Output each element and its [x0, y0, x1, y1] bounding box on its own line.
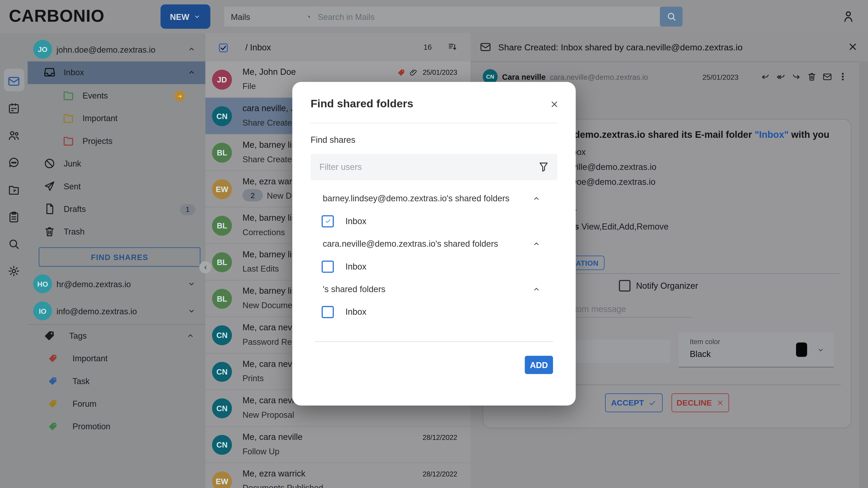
- chevron-up-icon[interactable]: [187, 68, 196, 77]
- rail-chat-icon[interactable]: [7, 156, 21, 169]
- rail-settings-icon[interactable]: [7, 265, 21, 278]
- app-rail: [0, 33, 28, 488]
- reply-all-button[interactable]: [776, 71, 786, 82]
- share-group-header[interactable]: 's shared folders: [311, 278, 557, 300]
- notify-organizer-label: Notify Organizer: [636, 281, 698, 291]
- decline-button[interactable]: DECLINE: [672, 393, 729, 412]
- modal-close-button[interactable]: [550, 100, 559, 109]
- folder-item-junk[interactable]: Junk: [28, 153, 205, 175]
- paperclip-icon: [409, 68, 418, 77]
- tag-icon: [48, 421, 58, 432]
- mark-unread-button[interactable]: [822, 71, 833, 82]
- search-button[interactable]: [660, 6, 682, 26]
- rail-search-icon[interactable]: [7, 237, 21, 251]
- avatar: CN: [212, 435, 232, 455]
- folder-label: Sent: [64, 182, 81, 191]
- folder-item-important[interactable]: Important: [28, 107, 205, 130]
- rail-contacts-icon[interactable]: [7, 129, 21, 142]
- shared-folder-option[interactable]: Inbox: [311, 210, 557, 232]
- checkbox-unchecked-icon[interactable]: [322, 260, 334, 272]
- mail-date: 25/01/2023: [423, 69, 457, 76]
- checkbox-checked-icon: [218, 43, 229, 53]
- search-input[interactable]: Search in Mails: [310, 6, 673, 26]
- chevron-up-icon[interactable]: [186, 331, 195, 340]
- mail-list-item[interactable]: CNMe, cara nevilleFollow Up28/12/2022: [206, 427, 471, 463]
- account-menu-button[interactable]: [841, 9, 856, 24]
- tag-item-forum[interactable]: Forum: [28, 393, 205, 416]
- tag-label: Forum: [72, 399, 96, 409]
- shared-folder-link[interactable]: "Inbox": [754, 129, 788, 140]
- close-icon: [550, 100, 559, 109]
- shared-folder-option[interactable]: Inbox: [311, 255, 557, 278]
- chevron-up-icon[interactable]: [187, 45, 196, 54]
- share-group-header[interactable]: barney.lindsey@demo.zextras.io's shared …: [311, 187, 557, 210]
- rail-calendar-icon[interactable]: [7, 102, 21, 115]
- filter-users-input[interactable]: Filter users: [311, 154, 557, 181]
- tags-header[interactable]: Tags: [28, 325, 205, 348]
- mail-subject: Follow Up: [243, 447, 279, 456]
- account-row[interactable]: IOinfo@demo.zextras.io: [28, 299, 205, 323]
- find-shares-button[interactable]: FIND SHARES: [39, 248, 200, 267]
- folder-item-events[interactable]: Events: [28, 85, 205, 107]
- mail-subject: Prints: [243, 373, 264, 383]
- shared-folder-option[interactable]: Inbox: [311, 300, 557, 323]
- forward-button[interactable]: [791, 71, 802, 82]
- mail-subject: Share Created: [243, 118, 297, 127]
- mail-meta: [397, 68, 418, 77]
- check-icon: [649, 398, 657, 407]
- mail-sender: Me, John Doe: [243, 67, 296, 77]
- tag-item-promotion[interactable]: Promotion: [28, 416, 205, 438]
- mail-sender: Me, ezra warrick: [243, 468, 305, 479]
- mail-subject: File: [243, 81, 256, 91]
- avatar: BL: [212, 216, 232, 236]
- sort-button[interactable]: [447, 41, 458, 53]
- color-swatch-black: [796, 343, 807, 357]
- tag-item-task[interactable]: Task: [28, 370, 205, 393]
- item-color-select[interactable]: Item color Black: [679, 332, 834, 367]
- tag-item-important[interactable]: Important: [28, 348, 205, 370]
- rail-files-icon[interactable]: [7, 183, 21, 197]
- account-row[interactable]: HOhr@demo.zextras.io: [28, 272, 205, 295]
- select-all-checkbox[interactable]: [218, 43, 229, 53]
- avatar: CN: [212, 362, 232, 382]
- tag-label: Promotion: [72, 422, 110, 431]
- folder-item-drafts[interactable]: Drafts1: [28, 198, 205, 221]
- account-row[interactable]: JOjohn.doe@demo.zextras.io: [28, 38, 205, 61]
- chevron-down-icon[interactable]: [187, 280, 196, 288]
- search-scope-select[interactable]: Mails: [224, 6, 320, 26]
- checkbox-checked-icon[interactable]: [322, 215, 334, 227]
- folder-item-projects[interactable]: Projects: [28, 130, 205, 153]
- folder-item-trash[interactable]: Trash: [28, 221, 205, 243]
- thread-count-badge: 2: [243, 189, 263, 201]
- tag-label: Important: [72, 354, 107, 363]
- close-message-button[interactable]: [847, 41, 858, 52]
- folder-item-sent[interactable]: Sent: [28, 175, 205, 198]
- folder-label: Trash: [64, 227, 85, 236]
- collapse-sidebar-handle[interactable]: [199, 261, 212, 273]
- notify-organizer-row: Notify Organizer: [619, 280, 698, 291]
- mail-sender: Me, cara neville: [243, 432, 303, 442]
- close-icon: [716, 399, 724, 407]
- filter-users-placeholder: Filter users: [319, 162, 362, 172]
- add-button[interactable]: ADD: [525, 356, 553, 374]
- rail-mail-icon[interactable]: [7, 75, 21, 88]
- avatar: EW: [212, 471, 232, 488]
- folder-icon: [62, 134, 74, 147]
- avatar: BL: [212, 252, 232, 272]
- chevron-down-icon[interactable]: [187, 306, 196, 315]
- notify-organizer-checkbox[interactable]: [619, 280, 630, 291]
- share-group-header[interactable]: cara.neville@demo.zextras.io's shared fo…: [311, 232, 557, 255]
- checkbox-unchecked-icon[interactable]: [322, 306, 334, 318]
- trash-button[interactable]: [807, 71, 817, 82]
- folder-item-inbox[interactable]: Inbox: [28, 61, 205, 84]
- reply-button[interactable]: [760, 71, 771, 82]
- mail-subject: Share Created: [243, 154, 297, 164]
- trash-icon: [43, 225, 56, 238]
- scrollbar-gutter[interactable]: [859, 61, 868, 488]
- rail-tasks-icon[interactable]: [7, 210, 21, 224]
- mail-list-item[interactable]: EWMe, ezra warrickDocuments Published28/…: [206, 463, 471, 488]
- more-vertical-button[interactable]: [837, 71, 848, 82]
- new-button[interactable]: NEW: [160, 4, 210, 29]
- accept-button[interactable]: ACCEPT: [605, 393, 663, 412]
- mail-subject: New Document: [243, 300, 299, 310]
